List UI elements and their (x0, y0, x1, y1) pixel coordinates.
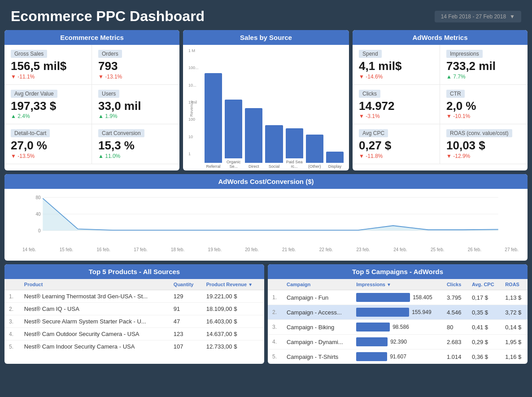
x-tick-label: 16 feb. (96, 247, 110, 252)
top-campaigns-table: Campaign Impressions ▼ Clicks Avg. CPC R… (268, 279, 528, 364)
product-name: Nest® Cam Indoor Security Camera - USA (20, 340, 169, 353)
row-number: 4. (4, 328, 20, 340)
col-product: Product (20, 279, 169, 290)
metric-change: ▲ 2.4% (11, 113, 85, 119)
row-number: 2. (268, 305, 282, 320)
bar (245, 108, 262, 163)
product-quantity: 107 (169, 340, 202, 353)
x-tick-label: 24 feb. (393, 247, 407, 252)
x-tick-label: 23 feb. (356, 247, 370, 252)
x-tick-label: 22 feb. (319, 247, 333, 252)
top-campaigns-panel: Top 5 Campaigns - AdWords Campaign Impre… (268, 264, 528, 364)
adwords-metric-label: Clicks (359, 90, 380, 98)
svg-text:0: 0 (38, 228, 41, 233)
table-row: 2. Campaign - Access... 155.949 4.546 0,… (268, 305, 528, 320)
metric-change: ▲ 11.0% (98, 153, 173, 159)
x-tick-label: 20 feb. (245, 247, 259, 252)
line-chart-line (43, 198, 498, 230)
row-number: 1. (4, 290, 20, 303)
col-num (268, 279, 282, 290)
campaign-name: Campaign - Fun (282, 290, 352, 305)
x-tick-label: 14 feb. (22, 247, 36, 252)
top-products-header: Top 5 Products - All Sources (4, 264, 264, 279)
col-clicks: Clicks (442, 279, 467, 290)
campaign-name: Campaign - T-Shirts (282, 349, 352, 364)
adwords-metric-label: ROAS (conv. value/cost) (446, 129, 512, 137)
line-chart-svg: 80 40 0 (22, 193, 519, 247)
col-quantity: Quantity (169, 279, 202, 290)
adwords-metric-value: 14.972 (359, 100, 433, 113)
metric-cell: Detail-to-Cart 27,0 % ▼ -13.5% (4, 124, 92, 164)
metric-cell: Gross Sales 156,5 mil$ ▼ -11.1% (4, 45, 92, 85)
bar-column: Organic Se... (225, 100, 242, 169)
product-name: Nest® Cam IQ - USA (20, 303, 169, 315)
col-impressions: Impressions ▼ (352, 279, 442, 290)
campaign-roas: 1,13 $ (501, 290, 528, 305)
page-title: Ecommerce PPC Dashboard (11, 8, 205, 25)
metric-change: ▼ -13.1% (98, 74, 173, 80)
campaign-clicks: 4.546 (442, 305, 467, 320)
metric-label: Cart Conversion (98, 129, 144, 137)
adwords-metric-value: 2,0 % (446, 100, 521, 113)
product-name: Nest® Learning Thermostat 3rd Gen-USA - … (20, 290, 169, 303)
sales-by-source-panel: Sales by Source 1 M100...10...1 mil10010… (183, 30, 349, 170)
bar-label: Referral (206, 164, 221, 169)
adwords-metric-change: ▲ 7.7% (446, 74, 521, 80)
adwords-metrics-panel: AdWords Metrics Spend 4,1 mil$ ▼ -14.6% … (353, 30, 528, 170)
campaign-avg-cpc: 0,17 $ (467, 290, 501, 305)
date-range-picker[interactable]: 14 Feb 2018 - 27 Feb 2018 ▼ (435, 11, 521, 22)
adwords-metric-change: ▼ -14.6% (359, 74, 433, 80)
metric-cell: Users 33,0 mil ▲ 1.9% (92, 85, 179, 125)
x-tick-label: 21 feb. (282, 247, 296, 252)
x-tick-label: 26 feb. (468, 247, 482, 252)
campaign-avg-cpc: 0,41 $ (467, 320, 501, 335)
bar (306, 135, 323, 163)
metric-value: 197,33 $ (11, 100, 85, 113)
row-number: 5. (4, 340, 20, 353)
adwords-metric-value: 733,2 mil (446, 60, 521, 73)
product-quantity: 123 (169, 328, 202, 340)
campaign-impressions: 158.405 (352, 290, 442, 305)
cost-conversion-section: AdWords Cost/Conversion ($) 80 40 0 14 f… (4, 174, 528, 261)
table-row: 3. Nest® Secure Alarm System Starter Pac… (4, 315, 264, 328)
table-row: 2. Nest® Cam IQ - USA 91 18.109,00 $ (4, 303, 264, 315)
campaign-impressions: 92.390 (352, 335, 442, 349)
bar-label: Paid Searc... (286, 160, 303, 169)
campaign-name: Campaign - Biking (282, 320, 352, 335)
adwords-metric-cell: CTR 2,0 % ▼ -10.1% (440, 85, 528, 125)
campaign-avg-cpc: 0,36 $ (467, 349, 501, 364)
metric-change: ▼ -13.5% (11, 153, 85, 159)
x-tick-label: 27 feb. (505, 247, 519, 252)
bar-column: Display (326, 152, 344, 169)
table-row: 5. Campaign - T-Shirts 91.607 1.014 0,36… (268, 349, 528, 364)
product-quantity: 47 (169, 315, 202, 328)
campaign-avg-cpc: 0,35 $ (467, 305, 501, 320)
x-axis-labels: 14 feb.15 feb.16 feb.17 feb.18 feb.19 fe… (22, 247, 519, 252)
svg-text:80: 80 (35, 195, 41, 200)
product-name: Nest® Secure Alarm System Starter Pack -… (20, 315, 169, 328)
campaign-clicks: 1.014 (442, 349, 467, 364)
product-quantity: 91 (169, 303, 202, 315)
metric-label: Gross Sales (11, 50, 47, 58)
line-chart-fill (43, 198, 498, 231)
table-row: 4. Nest® Cam Outdoor Security Camera - U… (4, 328, 264, 340)
adwords-metric-cell: Avg CPC 0,27 $ ▼ -11.8% (353, 124, 440, 164)
adwords-metric-cell: Impressions 733,2 mil ▲ 7.7% (440, 45, 528, 85)
metric-change: ▲ 1.9% (98, 113, 173, 119)
x-tick-label: 15 feb. (60, 247, 74, 252)
bar-label: Social (269, 164, 280, 169)
metric-cell: Cart Conversion 15,3 % ▲ 11.0% (92, 124, 179, 164)
line-chart-area: 80 40 0 14 feb.15 feb.16 feb.17 feb.18 f… (4, 189, 528, 261)
table-row: 5. Nest® Cam Indoor Security Camera - US… (4, 340, 264, 353)
sales-by-source-header: Sales by Source (183, 30, 349, 45)
adwords-metric-change: ▼ -3.1% (359, 113, 433, 119)
metric-value: 15,3 % (98, 139, 173, 152)
product-revenue: 14.637,00 $ (202, 328, 264, 340)
bar (286, 128, 303, 158)
row-number: 4. (268, 335, 282, 349)
metric-change: ▼ -11.1% (11, 74, 85, 80)
product-name: Nest® Cam Outdoor Security Camera - USA (20, 328, 169, 340)
x-tick-label: 19 feb. (208, 247, 222, 252)
bar-column: (Other) (306, 135, 323, 169)
product-revenue: 19.221,00 $ (202, 290, 264, 303)
